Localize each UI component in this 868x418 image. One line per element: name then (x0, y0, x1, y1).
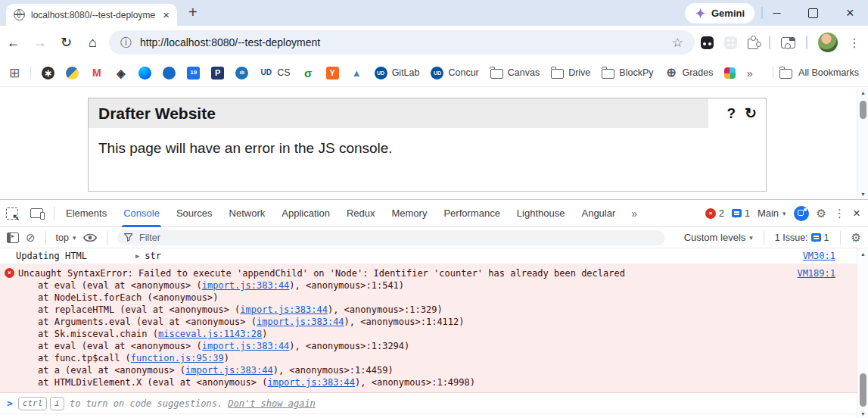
tab-close-icon[interactable]: × (163, 9, 170, 20)
devtools-tab-performance[interactable]: Performance (435, 200, 508, 227)
browser-menu-icon[interactable]: ⋮ (848, 36, 860, 50)
message-badge[interactable]: 1 (732, 208, 750, 219)
bookmark-slack[interactable] (724, 67, 736, 79)
extension-dark-icon[interactable] (701, 36, 714, 49)
address-bar[interactable]: ⓘ http://localhost:8080/--test-deploymen… (109, 30, 695, 55)
help-button[interactable]: ? (726, 105, 736, 122)
bookmark-sigma[interactable]: σ (302, 67, 315, 80)
url-text[interactable]: http://localhost:8080/--test-deployment (140, 36, 320, 48)
devtools-tab-lighthouse[interactable]: Lighthouse (509, 200, 574, 227)
inspect-element-icon[interactable] (6, 207, 18, 220)
bookmark-calendar[interactable]: 19 (187, 67, 200, 80)
bookmark-chatgpt[interactable]: ∗ (42, 67, 54, 80)
new-tab-button[interactable]: + (188, 4, 198, 21)
minimize-button[interactable]: ─ (773, 8, 780, 18)
page-scrollbar[interactable]: ▲ ▼ (857, 88, 868, 199)
issues-counter[interactable]: 1 Issue: 1 (775, 232, 829, 243)
stack-frame: at a (eval at <anonymous> (import.js:383… (0, 364, 857, 376)
scroll-up-icon[interactable]: ▲ (857, 251, 868, 257)
bookmark-canvas[interactable]: Canvas (490, 67, 540, 79)
source-link[interactable]: import.js:383:44 (202, 280, 290, 291)
browser-tab[interactable]: localhost:8080/--test-deployme × (6, 4, 177, 26)
log-value-type[interactable]: str (145, 251, 161, 261)
refresh-button[interactable]: ↻ (745, 104, 757, 122)
devtools-tab-sources[interactable]: Sources (168, 200, 221, 227)
source-link[interactable]: import.js:383:44 (185, 365, 273, 376)
dont-show-again-link[interactable]: Don't show again (228, 398, 316, 409)
source-link[interactable]: function.js:95:39 (131, 353, 224, 363)
filter-box[interactable] (117, 230, 665, 245)
devtools-tab-application[interactable]: Application (273, 200, 338, 227)
bookmark-ud-gitlab[interactable]: UDGitLab (375, 67, 420, 80)
bookmark-compass[interactable]: ◈ (114, 67, 127, 80)
scroll-down-icon[interactable]: ▼ (857, 411, 868, 416)
devtools-tab-redux[interactable]: Redux (338, 200, 384, 227)
devtools-tab-memory[interactable]: Memory (383, 200, 435, 227)
gemini-button[interactable]: Gemini (685, 3, 754, 23)
site-info-icon[interactable]: ⓘ (120, 36, 132, 50)
devtools-tab-network[interactable]: Network (221, 200, 274, 227)
main-context-dropdown[interactable]: Main ▾ (758, 207, 786, 219)
extensions-puzzle-icon[interactable] (748, 39, 758, 49)
bookmark-star-icon[interactable]: ☆ (672, 35, 683, 51)
live-expression-eye-icon[interactable] (83, 233, 97, 242)
bookmark-ud-cs[interactable]: UDCS (260, 67, 290, 80)
devtools-menu-icon[interactable]: ⋮ (834, 207, 845, 220)
bookmark-messenger[interactable] (138, 67, 151, 80)
console-sidebar-icon[interactable] (7, 232, 19, 243)
console-separator (764, 231, 764, 245)
forward-button[interactable]: → (26, 35, 53, 51)
reload-button[interactable]: ↻ (53, 34, 79, 51)
source-link[interactable]: misceval.js:1143:28 (158, 329, 262, 339)
maximize-button[interactable] (808, 8, 818, 18)
scrollbar-thumb[interactable] (860, 101, 866, 119)
bookmark-gmail[interactable]: M (90, 67, 103, 80)
back-button[interactable]: ← (0, 35, 26, 51)
apps-grid-icon[interactable]: ⊞ (9, 67, 20, 80)
bookmark-ycombinator[interactable]: Y (326, 67, 339, 80)
bookmark-blockpy[interactable]: BlockPy (602, 67, 653, 79)
bookmark-drive[interactable]: Drive (551, 67, 590, 79)
profile-avatar[interactable] (818, 33, 838, 52)
source-link[interactable]: import.js:383:44 (257, 317, 344, 327)
source-link[interactable]: import.js:383:44 (240, 304, 328, 315)
filter-input[interactable] (138, 232, 658, 244)
clear-console-icon[interactable]: ⊘ (26, 232, 36, 243)
bookmark-python[interactable] (66, 67, 79, 80)
all-bookmarks-button[interactable]: All Bookmarks (773, 67, 859, 79)
bookmark-blue-arrow[interactable]: ▲ (350, 67, 363, 80)
console-prompt[interactable]: > ctrli to turn on code suggestions. Don… (0, 393, 857, 414)
devtools-settings-icon[interactable]: ⚙ (817, 207, 826, 220)
console-scrollbar[interactable]: ▲ ▼ (857, 248, 868, 418)
source-link[interactable]: VM30:1 (803, 251, 835, 261)
source-link[interactable]: VM189:1 (797, 267, 835, 279)
bookmark-p-badge[interactable]: P (211, 67, 224, 80)
side-panel-search-icon[interactable] (781, 37, 795, 48)
error-badge[interactable]: × 2 (705, 208, 724, 219)
home-button[interactable]: ⌂ (79, 35, 106, 51)
bookmark-grades[interactable]: ⊕Grades (664, 67, 713, 80)
scroll-down-icon[interactable]: ▼ (857, 192, 868, 197)
bookmark-chart-blue[interactable]: ılı (235, 67, 248, 80)
bookmark-noaa[interactable] (163, 67, 176, 80)
devtools-tab-console[interactable]: Console (115, 200, 168, 227)
source-link[interactable]: import.js:383:44 (202, 341, 290, 351)
devtools-close-icon[interactable]: × (853, 206, 860, 221)
device-toolbar-icon[interactable] (30, 208, 43, 218)
log-levels-dropdown[interactable]: Custom levels ▾ (684, 232, 753, 243)
bookmark-ud-concur[interactable]: UDConcur (431, 67, 478, 80)
bookmarks-overflow-chevron[interactable]: » (746, 67, 752, 80)
scrollbar-thumb[interactable] (860, 373, 866, 407)
scroll-up-icon[interactable]: ▲ (857, 90, 868, 95)
devtools-tab-elements[interactable]: Elements (58, 200, 115, 227)
context-selector[interactable]: top ▾ (56, 232, 76, 243)
window-close-button[interactable]: × (846, 6, 854, 20)
ai-assistance-icon[interactable] (794, 206, 809, 221)
devtools-tab-angular[interactable]: Angular (573, 200, 624, 227)
more-tabs-icon[interactable]: » (624, 207, 645, 220)
stack-frame: at HTMLDivElement.X (eval at <anonymous>… (0, 376, 857, 388)
console-settings-icon[interactable]: ⚙ (851, 231, 861, 245)
extension-gray-icon[interactable] (724, 36, 737, 49)
expand-triangle-icon[interactable]: ▶ (135, 252, 139, 260)
source-link[interactable]: import.js:383:44 (267, 377, 355, 388)
